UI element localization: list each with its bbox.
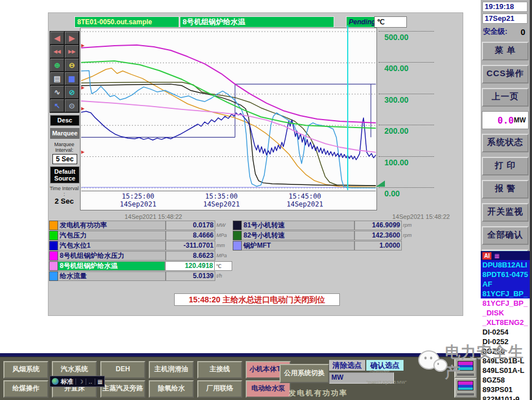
pen-label: 锅炉MFT: [242, 241, 354, 250]
nav-turbine-lube-oil[interactable]: 主机润滑油: [149, 361, 194, 379]
sidebar-button-switch-monitor[interactable]: 开关监视: [482, 203, 529, 222]
snapshot-timestamp-right: 14Sep2021 15:48:22: [392, 213, 450, 220]
nav-deh[interactable]: DEH: [100, 361, 145, 379]
pen-unit: t/h: [215, 271, 232, 281]
ime-brand-icon[interactable]: [52, 378, 59, 385]
nav-plant-interconnection[interactable]: 厂用联络: [197, 380, 242, 398]
alarm-list-item[interactable]: 849LS01B-L: [481, 356, 530, 366]
alarm-list-item[interactable]: 81YCFJ_BP_: [481, 289, 530, 298]
sidebar: 19:19:18 17Sep21 安全级: 0 菜 单CCS操作上一页 0.0M…: [481, 0, 530, 400]
pen-legend-right: 81号小机转速146.9099rpm82号小机转速142.3600rpm锅炉MF…: [233, 221, 416, 251]
alarm-list-item[interactable]: AF: [481, 279, 530, 289]
sidebar-top: 19:19:18 17Sep21 安全级: 0 菜 单CCS操作上一页 0.0M…: [481, 0, 530, 251]
axis-zero-marker-icon: [376, 181, 385, 187]
default-source-button[interactable]: Default Source: [50, 166, 79, 183]
tag-id-box[interactable]: 8TE01-0050.out.sample: [74, 16, 179, 28]
ime-mode-label[interactable]: 标准: [61, 377, 73, 386]
fast-back-icon[interactable]: ◀◀: [50, 45, 64, 58]
trend-curves-icon[interactable]: ∿: [50, 86, 64, 99]
data-grid-icon[interactable]: ▦: [65, 72, 79, 85]
nav-deaerator-feedwater[interactable]: 除氧给水: [149, 380, 194, 398]
alarm-list-item[interactable]: 8GZ58: [481, 375, 530, 385]
fast-forward-icon[interactable]: ▶▶: [65, 45, 79, 58]
sidebar-button-system-status[interactable]: 系统状态: [482, 134, 529, 152]
alarm-list-item[interactable]: 849LS01A-L: [481, 366, 530, 375]
alarm-list-item[interactable]: 8PDT61-0475: [481, 270, 530, 279]
workstation-icon[interactable]: [454, 378, 477, 398]
selected-point-caption: 发电机有功功率: [289, 388, 348, 398]
ime-punct-icon[interactable]: ‥: [86, 379, 92, 385]
chart-cursor[interactable]: [347, 25, 348, 190]
legend-row[interactable]: 81号小机转速146.9099rpm: [233, 221, 416, 230]
workstation-icon[interactable]: [454, 358, 477, 378]
alarm-list-item[interactable]: DPU8B12ALI: [481, 260, 530, 270]
alarm-list-item[interactable]: 81YCFJ_BP_: [481, 298, 530, 308]
y-gridline: [379, 94, 434, 94]
ime-keyboard-icon[interactable]: ▦: [95, 379, 103, 385]
marquee-interval-value[interactable]: 5 Sec: [52, 154, 77, 164]
sidebar-button-ccs-operation[interactable]: CCS操作: [482, 65, 529, 83]
alarm-list-item[interactable]: 822M101-9: [481, 394, 530, 400]
nav-main-steam-bypass[interactable]: 主蒸汽及旁路: [100, 380, 145, 398]
pen-value: -311.0701: [166, 241, 215, 250]
alarm-list-item[interactable]: 8GZ56: [481, 346, 530, 356]
time-interval-value[interactable]: 2 Sec: [48, 197, 80, 205]
probe-cursor-icon[interactable]: ⊙: [65, 99, 79, 112]
nav-main-wiring[interactable]: 主接线: [197, 361, 242, 379]
y-tick-label: 300.00: [384, 95, 409, 104]
alarm-list-item[interactable]: _DISK: [481, 308, 530, 318]
alarm-list-item[interactable]: DI-0252: [481, 337, 530, 346]
legend-row[interactable]: 82号小机转速142.3600rpm: [233, 231, 416, 240]
ime-fullhalf-icon[interactable]: ☽: [76, 379, 83, 385]
sidebar-button-acknowledge-row[interactable]: 确认一行: [482, 249, 529, 251]
display-panel-icon[interactable]: ▤: [50, 72, 64, 85]
unit-box: ℃: [374, 16, 407, 28]
pen-value: 146.9099: [354, 221, 402, 230]
pen-legend-left: 发电机有功功率0.0178MW汽包压力8.4666MPa汽包水位1-311.07…: [49, 221, 232, 282]
pen-marker-icon: [81, 86, 85, 90]
step-forward-icon[interactable]: ▶: [65, 32, 79, 45]
tag-description-box[interactable]: 8号机组锅炉给水温: [180, 16, 334, 28]
zoom-out-icon[interactable]: ⊖: [65, 59, 79, 72]
sidebar-button-acknowledge-all[interactable]: 全部确认: [482, 226, 529, 245]
desc-button[interactable]: Desc: [50, 115, 79, 126]
alarm-list-item[interactable]: DI-0254: [481, 327, 530, 337]
legend-row[interactable]: 汽包压力8.4666MPa: [49, 231, 232, 240]
legend-row[interactable]: 8号机组锅炉给水压力8.6623MPa: [49, 251, 232, 261]
nav-common-system-switch[interactable]: 公用系统切换: [280, 364, 329, 383]
nav-fan-flue-system[interactable]: 风烟系统: [3, 361, 48, 379]
pen-color-swatch: [49, 241, 58, 250]
legend-row[interactable]: 发电机有功功率0.0178MW: [49, 221, 232, 230]
trend-plot[interactable]: [81, 29, 376, 191]
alarm-list-item[interactable]: 893PS01: [481, 385, 530, 394]
trend-chart[interactable]: 15:25:0014Sep202115:35:0014Sep202115:45:…: [80, 28, 377, 210]
sidebar-button-print[interactable]: 打 印: [482, 157, 529, 175]
y-tick-label: 200.00: [384, 126, 409, 135]
disable-icon[interactable]: ⊘: [65, 86, 79, 99]
y-tick-label: 0.00: [384, 189, 400, 198]
faint-path-text-1: /SoftWare: [370, 369, 389, 374]
sidebar-button-previous-page[interactable]: 上一页: [482, 88, 529, 107]
pen-label: 汽包水位1: [58, 241, 166, 250]
legend-row[interactable]: 给水流量5.0139t/h: [49, 271, 232, 281]
nav-coal-feed-operation[interactable]: 给煤操作: [3, 380, 48, 398]
legend-row[interactable]: 锅炉MFT1.0000: [233, 241, 416, 250]
pointer-icon[interactable]: ↖: [50, 99, 64, 112]
trend-panel: 8TE01-0050.out.sample 8号机组锅炉给水温 Pending.…: [48, 12, 463, 316]
clear-selection-button[interactable]: 清除选点: [329, 360, 365, 371]
sidebar-button-menu[interactable]: 菜 单: [482, 42, 529, 60]
legend-row[interactable]: 8号机组锅炉给水温120.4918℃: [49, 261, 232, 271]
alarm-list-item[interactable]: _XLT8ENG2_: [481, 318, 530, 327]
sidebar-button-alarm[interactable]: 报 警: [482, 180, 529, 199]
marquee-button[interactable]: Marquee: [50, 128, 79, 139]
ime-toolbar[interactable]: 标准 ☽ ‥ ▦: [50, 376, 105, 387]
pen-value: 8.6623: [166, 251, 215, 261]
legend-row[interactable]: 汽包水位1-311.0701mm: [49, 241, 232, 250]
pen-unit: rpm: [402, 231, 416, 240]
zoom-in-icon[interactable]: ⊕: [50, 59, 64, 72]
pen-color-swatch: [233, 241, 242, 250]
x-axis: 15:25:0014Sep202115:35:0014Sep202115:45:…: [81, 191, 376, 210]
pen-marker-icon: [81, 44, 85, 47]
step-back-icon[interactable]: ◀: [50, 32, 64, 45]
pen-color-swatch: [49, 221, 58, 230]
